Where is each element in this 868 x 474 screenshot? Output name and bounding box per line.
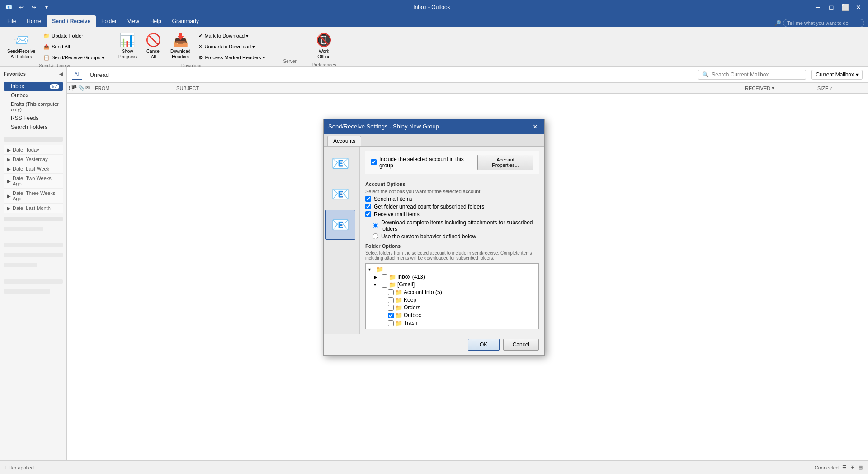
folder-unread-checkbox-label[interactable]: Get folder unread count for subscribed f… — [365, 204, 539, 210]
tree-account-info[interactable]: 📁 Account Info (5) — [368, 289, 537, 296]
send-mail-label: Send mail items — [374, 196, 412, 202]
gmail-expand[interactable]: ▾ — [374, 282, 380, 287]
modal-options: Include the selected account in this gro… — [360, 147, 544, 334]
folder-unread-checkbox[interactable] — [365, 204, 371, 209]
outbox-folder-icon: 📁 — [395, 312, 402, 319]
account-2-icon: 📧 — [331, 185, 349, 203]
account-options-desc: Select the options you want for the sele… — [365, 189, 539, 194]
include-account-label: Include the selected account in this gro… — [379, 156, 475, 169]
gmail-checkbox[interactable] — [382, 282, 387, 288]
download-options: Download complete items including attach… — [365, 219, 539, 240]
include-account-row: Include the selected account in this gro… — [365, 151, 539, 174]
root-folder-icon: 📁 — [376, 266, 383, 273]
tree-inbox[interactable]: ▶ 📁 Inbox (413) — [368, 273, 537, 281]
download-complete-radio-label[interactable]: Download complete items including attach… — [373, 219, 539, 232]
folder-options-label: Folder Options — [365, 243, 539, 249]
send-mail-checkbox-label[interactable]: Send mail items — [365, 196, 539, 202]
account-3-icon: 📧 — [331, 216, 349, 233]
tree-keep[interactable]: 📁 Keep — [368, 296, 537, 304]
tree-trash[interactable]: 📁 Trash — [368, 319, 537, 327]
custom-behavior-radio[interactable] — [373, 233, 378, 239]
orders-label: Orders — [404, 304, 420, 311]
modal-overlay: Send/Receive Settings - Shiny New Group … — [0, 0, 868, 474]
custom-behavior-radio-label[interactable]: Use the custom behavior defined below — [373, 233, 539, 240]
outbox-label: Outbox — [404, 312, 421, 318]
folder-tree: ▾ 📁 ▶ 📁 Inbox (413) — [365, 263, 539, 329]
account-info-folder-icon: 📁 — [395, 289, 402, 296]
ok-button[interactable]: OK — [468, 339, 500, 351]
tree-orders[interactable]: 📁 Orders — [368, 304, 537, 312]
account-info-label: Account Info (5) — [404, 289, 442, 295]
send-receive-settings-dialog: Send/Receive Settings - Shiny New Group … — [323, 119, 545, 356]
modal-tabs: Accounts — [324, 134, 544, 147]
modal-title-bar: Send/Receive Settings - Shiny New Group … — [324, 119, 544, 134]
send-mail-checkbox[interactable] — [365, 196, 371, 202]
folder-options-desc: Select folders from the selected account… — [365, 251, 539, 261]
download-complete-radio[interactable] — [373, 223, 378, 228]
modal-footer: OK Cancel — [324, 334, 544, 355]
trash-label: Trash — [404, 320, 417, 326]
download-complete-label: Download complete items including attach… — [381, 219, 539, 232]
gmail-folder-icon: 📁 — [389, 281, 396, 288]
modal-tab-accounts[interactable]: Accounts — [327, 136, 361, 146]
keep-label: Keep — [404, 297, 416, 303]
folder-unread-label: Get folder unread count for subscribed f… — [374, 204, 484, 210]
account-icon-1[interactable]: 📧 — [326, 148, 355, 178]
modal-close-button[interactable]: ✕ — [531, 122, 540, 131]
tree-root[interactable]: ▾ 📁 — [368, 265, 537, 273]
custom-behavior-label: Use the custom behavior defined below — [381, 233, 476, 240]
include-account-checkbox[interactable] — [371, 159, 377, 165]
receive-mail-checkbox[interactable] — [365, 211, 371, 217]
modal-content: 📧 📧 📧 Include the selected — [324, 147, 544, 334]
keep-checkbox[interactable] — [388, 297, 394, 303]
account-properties-button[interactable]: Account Properties... — [477, 155, 533, 170]
account-options-label: Account Options — [365, 181, 539, 187]
inbox-checkbox[interactable] — [382, 274, 387, 280]
folder-options-section: Folder Options Select folders from the s… — [365, 243, 539, 329]
receive-mail-label: Receive mail items — [374, 211, 420, 218]
modal-body: Accounts 📧 📧 📧 — [324, 134, 544, 334]
gmail-tree-label: [Gmail] — [397, 281, 415, 288]
inbox-expand[interactable]: ▶ — [374, 275, 380, 280]
root-expand[interactable]: ▾ — [368, 267, 375, 272]
account-info-checkbox[interactable] — [388, 289, 394, 295]
trash-checkbox[interactable] — [388, 320, 394, 326]
account-1-icon: 📧 — [331, 155, 349, 172]
cancel-button[interactable]: Cancel — [503, 339, 539, 351]
orders-folder-icon: 📁 — [395, 304, 402, 311]
modal-account-list: 📧 📧 📧 — [324, 147, 360, 334]
receive-mail-checkbox-label[interactable]: Receive mail items — [365, 211, 539, 218]
account-options-section: Account Options Select the options you w… — [365, 174, 539, 240]
include-account-checkbox-label[interactable]: Include the selected account in this gro… — [371, 156, 475, 169]
tree-outbox[interactable]: 📁 Outbox — [368, 312, 537, 319]
account-icon-3[interactable]: 📧 — [326, 210, 355, 240]
keep-folder-icon: 📁 — [395, 297, 402, 303]
tree-gmail[interactable]: ▾ 📁 [Gmail] — [368, 281, 537, 289]
outbox-checkbox[interactable] — [388, 313, 394, 318]
trash-folder-icon: 📁 — [395, 320, 402, 327]
account-icon-2[interactable]: 📧 — [326, 179, 355, 209]
modal-title: Send/Receive Settings - Shiny New Group — [328, 123, 439, 130]
inbox-folder-icon: 📁 — [389, 274, 396, 280]
inbox-tree-label: Inbox (413) — [397, 274, 425, 280]
orders-checkbox[interactable] — [388, 305, 394, 311]
